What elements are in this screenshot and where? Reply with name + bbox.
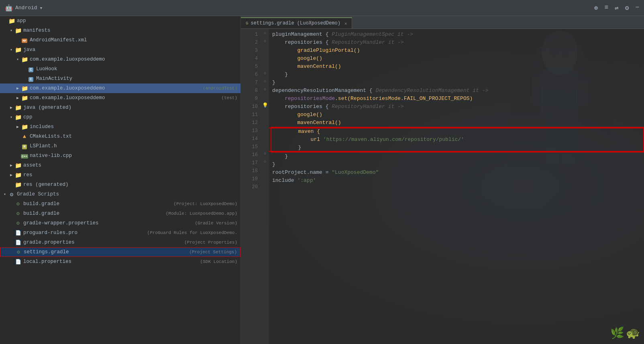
sidebar-item-manifests[interactable]: ▾📁manifests xyxy=(0,26,240,35)
sidebar-item-res[interactable]: ▶📁res xyxy=(0,170,240,180)
fold-icon[interactable]: ◇ xyxy=(264,87,266,92)
tree-label-res-generated: res (generated) xyxy=(23,182,237,187)
fold-icon[interactable]: ◇ xyxy=(264,31,266,35)
tree-icon-settings-gradle: ⚙ xyxy=(15,249,22,255)
tree-arrow: ▶ xyxy=(8,173,14,177)
tree-arrow: ▶ xyxy=(14,124,21,129)
line-number-15: 15 xyxy=(241,143,258,151)
leaf-icon: 🌿 xyxy=(610,326,624,340)
code-line-15: } xyxy=(273,144,643,152)
line-number-2: 2 xyxy=(241,39,258,47)
sidebar-item-build-gradle-module[interactable]: ⚙build.gradle (Module: LuoXposedDemo.app… xyxy=(0,209,240,218)
tree-label-build-gradle-module: build.gradle xyxy=(23,211,164,216)
sidebar-item-lsplant[interactable]: HLSPlant.h xyxy=(0,141,240,151)
gutter-marker-5 xyxy=(261,61,269,69)
sidebar-item-settings-gradle[interactable]: ⚙settings.gradle (Project Settings) xyxy=(0,247,240,257)
fold-icon[interactable]: ◇ xyxy=(264,159,266,164)
gutter-marker-19 xyxy=(261,173,269,181)
gutter-marker-17: ◇ xyxy=(261,157,269,165)
sidebar-item-gradle-wrapper[interactable]: ⚙gradle-wrapper.properties (Gradle Versi… xyxy=(0,218,240,228)
list-icon[interactable]: ≡ xyxy=(605,4,609,12)
sidebar-item-cmakelists[interactable]: ▲CMakeLists.txt xyxy=(0,132,240,141)
line-numbers: 1234567891011121314151617181920 xyxy=(241,29,261,344)
tree-icon-gradle-wrapper: ⚙ xyxy=(14,220,22,226)
top-bar: 🤖 Android ▾ ⊕ ≡ ⇌ ⚙ − xyxy=(0,0,644,16)
tree-label-gradle-properties: gradle.properties xyxy=(23,240,183,245)
sidebar-item-java-generated[interactable]: ▶📁java (generated) xyxy=(0,103,240,112)
gutter-marker-18 xyxy=(261,165,269,173)
tree-extra-build-gradle-project: (Project: LuoXposedDemo) xyxy=(174,202,237,206)
sidebar-item-cpp[interactable]: ▾📁cpp xyxy=(0,112,240,122)
tree-icon-properties: 📄 xyxy=(14,259,22,265)
gutter-marker-12 xyxy=(261,117,269,125)
sidebar-item-app[interactable]: 📁app xyxy=(0,16,240,26)
fold-icon[interactable]: ◇ xyxy=(264,39,266,43)
tree-icon-folder-src: 📁 xyxy=(14,47,22,53)
fold-icon[interactable]: ◇ xyxy=(264,71,266,75)
sidebar-item-androidmanifest[interactable]: MFAndroidManifest.xml xyxy=(0,35,240,45)
tree-icon-folder: 📁 xyxy=(21,124,28,130)
tree-icon-properties: 📄 xyxy=(14,240,22,246)
tree-icon-folder: 📁 xyxy=(8,18,15,24)
tab-close-button[interactable]: ✕ xyxy=(344,21,347,26)
code-line-19: include ':app' xyxy=(272,177,644,185)
project-selector[interactable]: 🤖 Android ▾ xyxy=(5,4,43,12)
tree-label-com.example.luoxposeddemo: com.example.luoxposeddemo xyxy=(30,57,237,62)
sidebar-item-build-gradle-project[interactable]: ⚙build.gradle (Project: LuoXposedDemo) xyxy=(0,199,240,209)
tree-label-cmakelists: CMakeLists.txt xyxy=(30,134,237,139)
code-line-5: mavenCentral() xyxy=(272,63,644,71)
add-icon[interactable]: ⊕ xyxy=(594,4,598,12)
tree-label-luohook: LuoHook xyxy=(36,66,237,72)
line-number-14: 14 xyxy=(241,135,258,143)
line-number-8: 8 xyxy=(241,87,258,95)
sidebar-item-res-generated[interactable]: 📁res (generated) xyxy=(0,180,240,189)
code-line-12: mavenCentral() xyxy=(272,119,644,127)
tree-arrow: ▾ xyxy=(8,28,14,33)
line-number-12: 12 xyxy=(241,119,258,127)
line-number-17: 17 xyxy=(241,159,258,167)
tree-extra-settings-gradle: (Project Settings) xyxy=(189,250,237,254)
gutter-marker-14 xyxy=(261,133,269,141)
tree-arrow: ▶ xyxy=(8,105,14,110)
code-content[interactable]: pluginManagement { PluginManagementSpec … xyxy=(269,29,644,344)
editor-area: G settings.gradle (LuoXposedDemo) ✕ xyxy=(241,16,644,344)
sidebar-item-luohook[interactable]: CLuoHook xyxy=(0,64,240,74)
code-line-17: } xyxy=(272,161,644,169)
turtle-icon: 🐢 xyxy=(626,326,640,340)
sidebar-item-java[interactable]: ▾📁java xyxy=(0,45,240,55)
sidebar-item-mainactivity[interactable]: CMainActivity xyxy=(0,74,240,83)
fold-icon[interactable]: ◇ xyxy=(264,151,266,156)
settings-icon[interactable]: ⚙ xyxy=(625,4,629,12)
sidebar[interactable]: 📁app▾📁manifestsMFAndroidManifest.xml▾📁ja… xyxy=(0,16,241,344)
android-icon: 🤖 xyxy=(5,4,13,12)
sidebar-item-gradle-scripts[interactable]: ▾⚙Gradle Scripts xyxy=(0,189,240,199)
main-layout: 📁app▾📁manifestsMFAndroidManifest.xml▾📁ja… xyxy=(0,16,644,344)
tree-icon-folder-src: 📁 xyxy=(21,95,28,102)
sidebar-item-includes[interactable]: ▶📁includes xyxy=(0,122,240,132)
sidebar-item-nativelib[interactable]: C++native-lib.cpp xyxy=(0,151,240,161)
minimize-icon[interactable]: − xyxy=(635,4,639,12)
tab-settings-gradle[interactable]: G settings.gradle (LuoXposedDemo) ✕ xyxy=(241,17,352,28)
line-number-19: 19 xyxy=(241,175,258,183)
sidebar-item-gradle-properties[interactable]: 📄gradle.properties (Project Properties) xyxy=(0,238,240,247)
sidebar-item-assets[interactable]: ▶📁assets xyxy=(0,161,240,170)
gutter-marker-11 xyxy=(261,109,269,117)
sidebar-item-proguard[interactable]: 📄proguard-rules.pro (ProGuard Rules for … xyxy=(0,228,240,238)
sidebar-item-com.example.luoxposeddemo[interactable]: ▾📁com.example.luoxposeddemo xyxy=(0,55,240,64)
sidebar-item-com.example.luoxposeddemo.test[interactable]: ▶📁com.example.luoxposeddemo (test) xyxy=(0,93,240,103)
tree-arrow: ▾ xyxy=(8,115,14,120)
code-line-13: maven { xyxy=(273,128,643,136)
dropdown-icon[interactable]: ▾ xyxy=(40,5,43,11)
sync-icon[interactable]: ⇌ xyxy=(615,4,619,12)
tree-arrow: ▶ xyxy=(8,163,14,168)
tree-label-proguard: proguard-rules.pro xyxy=(23,230,146,236)
fold-icon[interactable]: ◇ xyxy=(264,79,266,83)
tree-extra-build-gradle-module: (Module: LuoXposedDemo.app) xyxy=(166,211,237,216)
tree-extra-local-properties: (SDK Location) xyxy=(200,259,237,264)
sidebar-item-local-properties[interactable]: 📄local.properties (SDK Location) xyxy=(0,257,240,267)
line-number-20: 20 xyxy=(241,183,258,191)
line-number-10: 10 xyxy=(241,103,258,111)
tree-icon-cpp: C++ xyxy=(21,153,28,159)
tree-arrow: ▶ xyxy=(14,86,21,91)
sidebar-item-com.example.luoxposeddemo.androidTest[interactable]: ▶📁com.example.luoxposeddemo (androidTest… xyxy=(0,83,240,93)
